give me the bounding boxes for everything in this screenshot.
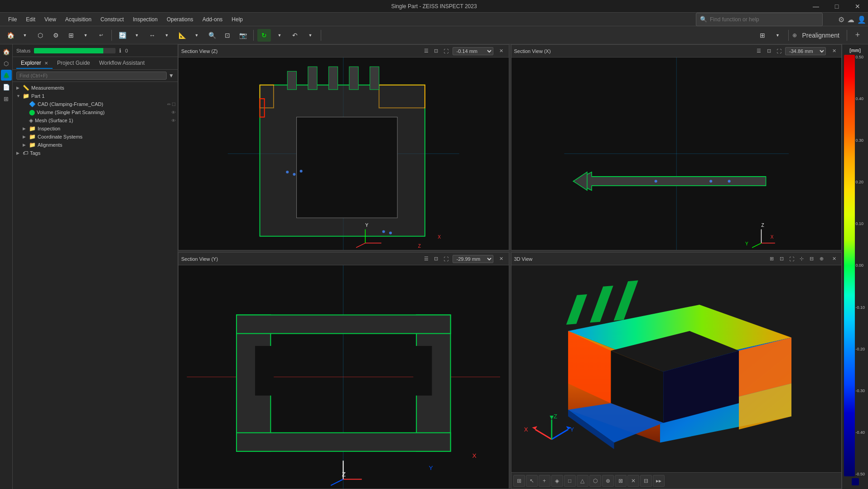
3d-link-btn[interactable]: ⊕ bbox=[602, 475, 614, 487]
refresh2-btn[interactable]: ↻ bbox=[257, 29, 271, 42]
camera-btn[interactable]: 📷 bbox=[236, 29, 250, 42]
prealignment-btn[interactable]: Prealignment bbox=[799, 29, 844, 42]
dropdown-arrow3[interactable]: ▼ bbox=[130, 29, 144, 42]
vp-list-icon-y[interactable]: ☰ bbox=[422, 254, 431, 264]
settings-icon[interactable]: ⚙ bbox=[838, 15, 844, 24]
dropdown-arrow4[interactable]: ▼ bbox=[160, 29, 174, 42]
vp-close-btn-x[interactable]: ✕ bbox=[829, 47, 839, 56]
tree-alignments[interactable]: ▶ 📁 Alignments bbox=[13, 141, 178, 149]
sidebar-shapes-icon[interactable]: ⬡ bbox=[1, 58, 12, 69]
vp-close-btn-y[interactable]: ✕ bbox=[497, 254, 506, 264]
vp-resize-icon-y[interactable]: ⊡ bbox=[432, 254, 441, 264]
menu-operations[interactable]: Operations bbox=[162, 14, 198, 24]
3d-plus-btn[interactable]: + bbox=[539, 475, 550, 487]
viewport-body-z[interactable]: Y Z X bbox=[178, 58, 509, 250]
undo-btn[interactable]: ↶ bbox=[288, 29, 302, 42]
dropdown-arrow6[interactable]: ▼ bbox=[273, 29, 286, 42]
3d-corner-btn[interactable]: ↖ bbox=[526, 475, 538, 487]
edit-icon[interactable]: ✏ bbox=[167, 102, 171, 107]
vp-x-value-select[interactable]: -34.86 mm bbox=[785, 47, 826, 55]
vp-fullscreen-icon[interactable]: ⛶ bbox=[442, 47, 451, 56]
vp-resize-icon-3d[interactable]: ⊡ bbox=[777, 254, 786, 264]
3d-cross-btn[interactable]: ✕ bbox=[627, 475, 639, 487]
maximize-button[interactable]: □ bbox=[826, 0, 847, 13]
visibility-icon[interactable]: 👁 bbox=[171, 118, 176, 123]
visibility-icon[interactable]: 👁 bbox=[171, 110, 176, 115]
3d-diamond-btn[interactable]: ◈ bbox=[551, 475, 563, 487]
3d-triangle-btn[interactable]: △ bbox=[577, 475, 588, 487]
3d-grid-btn[interactable]: ⊞ bbox=[513, 475, 525, 487]
vp-resize-icon[interactable]: ⊡ bbox=[432, 47, 441, 56]
tree-mesh[interactable]: ◈ Mesh (Surface 1) 👁 bbox=[13, 116, 178, 125]
3d-hex-btn[interactable]: ⬡ bbox=[589, 475, 601, 487]
vp-list-icon-x[interactable]: ☰ bbox=[754, 47, 763, 56]
3d-section-btn[interactable]: ⊟ bbox=[640, 475, 652, 487]
tab-project-guide[interactable]: Project Guide bbox=[53, 58, 95, 69]
vp-cursor-icon-3d[interactable]: ⊹ bbox=[797, 254, 806, 264]
3d-more-btn[interactable]: ▸▸ bbox=[653, 475, 665, 487]
vp-z-value-select[interactable]: -0.14 mm bbox=[453, 47, 493, 55]
refresh-btn[interactable]: ↩ bbox=[94, 29, 108, 42]
dropdown-arrow2[interactable]: ▼ bbox=[79, 29, 92, 42]
viewport-body-y[interactable]: Z X Y bbox=[178, 265, 509, 489]
menu-view[interactable]: View bbox=[40, 14, 61, 24]
menu-help[interactable]: Help bbox=[227, 14, 247, 24]
tree-inspection[interactable]: ▶ 📁 Inspection bbox=[13, 125, 178, 133]
user-icon[interactable]: 👤 bbox=[857, 15, 866, 24]
add-btn[interactable]: + bbox=[851, 29, 864, 42]
tab-explorer-close[interactable]: ✕ bbox=[44, 61, 48, 66]
menu-construct[interactable]: Construct bbox=[96, 14, 128, 24]
capture-btn[interactable]: ⊡ bbox=[221, 29, 234, 42]
vp-fullscreen-icon-x[interactable]: ⛶ bbox=[774, 47, 783, 56]
panel-search-input[interactable] bbox=[16, 72, 167, 80]
viewport-body-x[interactable]: Z X Y bbox=[511, 58, 842, 250]
vp-fullscreen-icon-y[interactable]: ⛶ bbox=[442, 254, 451, 264]
vp-grid-icon-3d[interactable]: ⊞ bbox=[767, 254, 776, 264]
tree-tags[interactable]: ▶ 🏷 Tags bbox=[13, 149, 178, 157]
layers-btn[interactable]: ⬡ bbox=[34, 29, 47, 42]
vp-list-icon[interactable]: ☰ bbox=[422, 47, 431, 56]
settings-btn[interactable]: ⚙ bbox=[49, 29, 63, 42]
3d-square-btn[interactable]: □ bbox=[564, 475, 576, 487]
search-btn[interactable]: 🔍 bbox=[205, 29, 219, 42]
sidebar-apps-icon[interactable]: ⊞ bbox=[1, 93, 12, 104]
search-input[interactable] bbox=[710, 16, 800, 23]
menu-addons[interactable]: Add-ons bbox=[198, 14, 227, 24]
3d-cube-btn[interactable]: ⊠ bbox=[615, 475, 627, 487]
sidebar-home-icon[interactable]: 🏠 bbox=[1, 46, 12, 57]
vp-label-icon-3d[interactable]: ⊕ bbox=[817, 254, 826, 264]
info-icon[interactable]: ℹ bbox=[119, 48, 121, 54]
vp-y-value-select[interactable]: -29.99 mm bbox=[453, 255, 493, 263]
dropdown-arrow[interactable]: ▼ bbox=[18, 29, 32, 42]
rotate-btn[interactable]: 🔄 bbox=[116, 29, 129, 42]
dropdown-arrow5[interactable]: ▼ bbox=[190, 29, 203, 42]
vp-resize-icon-x[interactable]: ⊡ bbox=[764, 47, 773, 56]
tab-explorer[interactable]: Explorer ✕ bbox=[16, 58, 53, 69]
minimize-button[interactable]: — bbox=[805, 0, 826, 13]
tree-coord-systems[interactable]: ▶ 📁 Coordinate Systems bbox=[13, 133, 178, 141]
dropdown-arrow7[interactable]: ▼ bbox=[304, 29, 317, 42]
tab-workflow-assistant[interactable]: Workflow Assistant bbox=[95, 58, 149, 69]
move-btn[interactable]: ↔ bbox=[145, 29, 159, 42]
view-grid-btn[interactable]: ⊞ bbox=[756, 29, 769, 42]
tree-cad[interactable]: 🔷 CAD (Clamping-Frame_CAD) ✏ ☐ bbox=[13, 100, 178, 108]
measure-btn[interactable]: 📐 bbox=[175, 29, 189, 42]
cloud-icon[interactable]: ☁ bbox=[847, 15, 854, 24]
checkbox-icon[interactable]: ☐ bbox=[172, 102, 176, 107]
tree-volume[interactable]: ⬤ Volume (Single Part Scanning) 👁 bbox=[13, 108, 178, 116]
tree-part1[interactable]: ▼ 📁 Part 1 bbox=[13, 92, 178, 100]
sidebar-report-icon[interactable]: 📄 bbox=[1, 82, 12, 92]
vp-section-icon-3d[interactable]: ⊟ bbox=[807, 254, 816, 264]
vp-fullscreen-icon-3d[interactable]: ⛶ bbox=[787, 254, 796, 264]
menu-acquisition[interactable]: Acquisition bbox=[61, 14, 96, 24]
grid-btn[interactable]: ⊞ bbox=[64, 29, 78, 42]
menu-file[interactable]: File bbox=[4, 14, 21, 24]
menu-inspection[interactable]: Inspection bbox=[128, 14, 162, 24]
home-btn[interactable]: 🏠 bbox=[4, 29, 17, 42]
vp-close-btn-3d[interactable]: ✕ bbox=[829, 254, 839, 264]
vp-close-btn[interactable]: ✕ bbox=[497, 47, 506, 56]
dropdown-arrow8[interactable]: ▼ bbox=[771, 29, 785, 42]
close-button[interactable]: ✕ bbox=[847, 0, 868, 13]
tree-measurements[interactable]: ▶ 📏 Measurements bbox=[13, 84, 178, 92]
menu-edit[interactable]: Edit bbox=[21, 14, 40, 24]
